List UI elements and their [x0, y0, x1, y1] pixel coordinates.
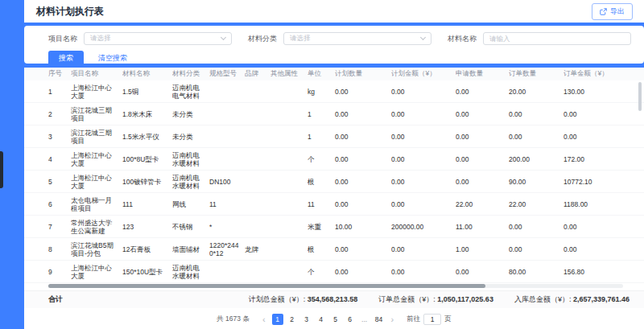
collapsed-sidebar-edge[interactable]: [0, 151, 3, 188]
table-cell: 11: [209, 200, 245, 208]
horizontal-scrollbar-thumb[interactable]: [48, 284, 485, 288]
app-header: 材料计划执行表 导出: [24, 0, 644, 23]
table-cell: 100*8U型卡: [122, 155, 172, 163]
table-cell: 0.00: [335, 88, 391, 96]
table-cell: 1: [308, 133, 335, 141]
column-header: 项目名称: [71, 69, 122, 79]
pager-prev-icon[interactable]: ‹: [260, 314, 268, 325]
table-cell: 0.00: [456, 268, 509, 276]
table-cell: 10772.10: [564, 178, 628, 186]
table-row[interactable]: 8滨江花城B5期项目-分包12石膏板墙面辅材1220*2440*12龙牌根0.0…: [24, 238, 644, 261]
pager-page-3[interactable]: 3: [301, 314, 312, 325]
table-cell: 0.00: [456, 88, 509, 96]
table-cell: 迈南机电 电气材料: [172, 84, 209, 100]
table-cell: 90.00: [509, 178, 564, 186]
goto-page-input[interactable]: [423, 314, 441, 325]
table-row[interactable]: 7常州盛达大学生公寓新建123不锈钢*米重10.00200000.0011.00…: [24, 216, 644, 238]
export-button[interactable]: 导出: [592, 3, 633, 20]
table-cell: 0.00: [564, 223, 628, 231]
table-cell: 米重: [308, 223, 335, 231]
table-row[interactable]: 1上海松江中心大厦1.5铜迈南机电 电气材料kg0.000.000.0020.0…: [24, 80, 644, 103]
table-cell: 0.00: [456, 133, 509, 141]
table-cell: 个: [308, 155, 335, 163]
table-cell: *: [209, 223, 245, 231]
table-cell: 0.00: [456, 155, 509, 163]
clear-search-button[interactable]: 清空搜索: [98, 53, 127, 64]
table-cell: 1: [308, 110, 335, 118]
page-title: 材料计划执行表: [36, 5, 104, 19]
column-header: 订单金额（¥）: [564, 69, 628, 79]
vertical-scrollbar[interactable]: [638, 82, 642, 111]
chevron-down-icon: [420, 35, 426, 40]
table-cell: 上海松江中心大厦: [71, 84, 122, 100]
project-name-label: 项目名称: [48, 34, 77, 44]
table-cell: 0.00: [335, 178, 391, 186]
planned-total-value: 354,568,213.58: [308, 295, 358, 303]
pager-page-84[interactable]: 84: [374, 314, 385, 325]
column-header: 品牌: [245, 69, 270, 79]
table-row[interactable]: 2滨江花城三期项目1.8米木床未分类10.000.000.000.000.00: [24, 103, 644, 125]
material-name-input[interactable]: [483, 32, 631, 45]
project-select[interactable]: 请选择: [84, 32, 232, 45]
column-header: 材料分类: [172, 69, 209, 79]
category-select-placeholder: 请选择: [290, 34, 311, 43]
table-row[interactable]: 6太仓电梯一月租项目111网线11110.000.0022.0022.00118…: [24, 193, 644, 216]
table-cell: 5: [48, 178, 71, 186]
material-category-label: 材料分类: [248, 34, 277, 44]
category-select[interactable]: 请选择: [283, 32, 431, 45]
inbound-total: 入库总金额（¥）: 2,657,339,761.46: [514, 294, 630, 305]
table-cell: 1.00: [456, 245, 509, 253]
chevron-down-icon: [221, 35, 226, 40]
table-cell: 滨江花城三期项目: [71, 106, 122, 122]
table-row[interactable]: 4上海松江中心大厦100*8U型卡迈南机电 水暖材料个0.000.000.002…: [24, 148, 644, 171]
table-cell: 0.00: [335, 200, 391, 208]
table-cell: 根: [308, 178, 335, 186]
table-row[interactable]: 9上海松江中心大厦150*10U型卡迈南机电 水暖材料个0.000.000.00…: [24, 261, 644, 283]
table-row[interactable]: 5上海松江中心大厦100镀锌管卡迈南机电 水暖材料DN100根0.000.000…: [24, 171, 644, 193]
table-cell: 1.5米水平仪: [122, 133, 172, 141]
pager-ellipsis[interactable]: ...: [359, 314, 370, 325]
inbound-total-label: 入库总金额（¥）:: [514, 295, 572, 303]
table-cell: 1.5铜: [122, 88, 172, 96]
table-cell: 常州盛达大学生公寓新建: [71, 219, 122, 235]
filter-buttons: 搜索 清空搜索: [48, 51, 631, 66]
table-cell: 9: [48, 268, 71, 276]
table-cell: 迈南机电 水暖材料: [172, 151, 209, 167]
table-cell: 80.00: [509, 268, 564, 276]
pager-page-1[interactable]: 1: [272, 314, 283, 325]
pager-page-6[interactable]: 6: [345, 314, 356, 325]
table-cell: 0.00: [509, 223, 564, 231]
project-select-placeholder: 请选择: [90, 34, 111, 43]
table-cell: 龙牌: [245, 245, 270, 253]
filter-row: 项目名称 请选择 材料分类 请选择 材料名称: [48, 32, 631, 45]
table-cell: 个: [308, 268, 335, 276]
horizontal-scrollbar-track[interactable]: [48, 284, 623, 288]
pager-next-icon[interactable]: ›: [389, 314, 397, 325]
table-cell: 0.00: [391, 133, 456, 141]
filter-project: 项目名称 请选择: [48, 32, 232, 45]
order-total: 订单总金额（¥）: 1,050,117,025.63: [378, 294, 493, 305]
table-cell: 0.00: [391, 88, 456, 96]
column-header: 其他属性: [270, 69, 308, 79]
column-header: 申请数量: [456, 69, 509, 79]
goto-prefix-label: 前往: [407, 315, 420, 324]
table-cell: 20.00: [509, 88, 564, 96]
pager-pages: 123456...84: [272, 314, 385, 325]
table-cell: 11.00: [456, 223, 509, 231]
table-cell: 3: [48, 133, 71, 141]
table-cell: DN100: [209, 178, 245, 186]
order-total-value: 1,050,117,025.63: [437, 295, 493, 303]
table-cell: 1.8米木床: [122, 110, 172, 118]
table-cell: 12石膏板: [122, 245, 172, 253]
table-row[interactable]: 3滨江花城三期项目1.5米水平仪未分类10.000.000.000.000.00: [24, 125, 644, 148]
pager-page-4[interactable]: 4: [316, 314, 327, 325]
table-cell: 太仓电梯一月租项目: [71, 196, 122, 212]
pager-page-2[interactable]: 2: [287, 314, 298, 325]
search-button[interactable]: 搜索: [48, 51, 84, 66]
filter-material: 材料名称: [448, 32, 631, 45]
table-cell: 0.00: [564, 133, 628, 141]
table-cell: 滨江花城B5期项目-分包: [71, 241, 122, 257]
table-cell: 0.00: [335, 245, 391, 253]
table-cell: 8: [48, 245, 71, 253]
pager-page-5[interactable]: 5: [330, 314, 341, 325]
